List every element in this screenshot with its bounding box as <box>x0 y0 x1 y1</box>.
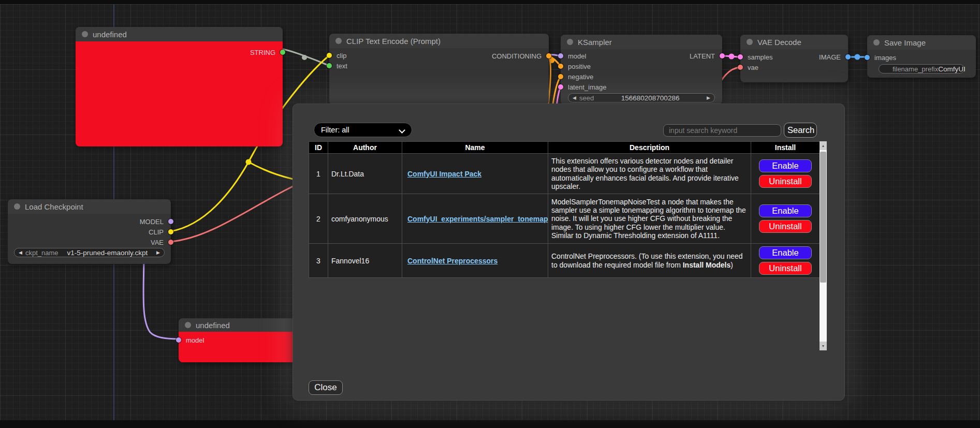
wire-dot-clip <box>246 159 252 165</box>
input-slot-vae[interactable]: vae <box>740 63 758 71</box>
uninstall-button[interactable]: Uninstall <box>759 175 812 188</box>
enable-button[interactable]: Enable <box>759 159 812 172</box>
input-port-clip[interactable] <box>327 53 332 58</box>
scroll-up-icon[interactable]: ▲ <box>820 141 827 150</box>
output-port-vae[interactable] <box>168 240 173 245</box>
output-port-latent[interactable] <box>720 53 725 58</box>
node-title-bar[interactable]: undefined <box>179 318 299 332</box>
filter-select[interactable]: Filter: all <box>314 123 412 137</box>
collapse-dot-icon[interactable] <box>14 203 20 210</box>
node-title-bar[interactable]: KSampler <box>561 35 722 49</box>
output-port-clip[interactable] <box>168 229 173 234</box>
collapse-dot-icon[interactable] <box>82 31 88 37</box>
output-port-string[interactable] <box>280 50 285 55</box>
node-load-checkpoint[interactable]: Load Checkpoint MODEL CLIP VAE ◀ ckpt_na… <box>8 199 171 264</box>
filename-prefix-widget[interactable]: filename_prefix ComfyUI <box>879 64 964 73</box>
output-slot-conditioning[interactable]: CONDITIONING <box>492 52 549 60</box>
extension-link[interactable]: ControlNet Preprocessors <box>407 257 498 265</box>
scrollbar-thumb[interactable] <box>820 152 826 283</box>
enable-button[interactable]: Enable <box>759 246 812 259</box>
slot-label: VAE <box>151 239 164 246</box>
output-slot-string[interactable]: STRING <box>250 48 283 56</box>
node-vae-decode[interactable]: VAE Decode samples vae IMAGE <box>740 35 848 82</box>
input-port-samples[interactable] <box>738 54 743 60</box>
input-slot-model[interactable]: model <box>179 336 204 344</box>
input-slot-latent-image[interactable]: latent_image <box>561 83 606 91</box>
output-slot-latent[interactable]: LATENT <box>690 52 722 60</box>
node-undefined-top[interactable]: undefined STRING <box>76 27 283 146</box>
slot-label: model <box>568 52 586 60</box>
input-port-images[interactable] <box>865 55 870 60</box>
slot-label: images <box>874 54 896 62</box>
input-slot-model[interactable]: model <box>561 52 586 60</box>
increment-arrow-icon[interactable]: ▶ <box>156 250 160 255</box>
cell-id: 2 <box>309 194 328 244</box>
node-title-bar[interactable]: VAE Decode <box>740 35 848 49</box>
collapse-dot-icon[interactable] <box>873 39 880 46</box>
increment-arrow-icon[interactable]: ▶ <box>707 96 710 100</box>
output-slot-vae[interactable]: VAE <box>151 238 171 246</box>
input-slot-samples[interactable]: samples <box>740 53 772 61</box>
output-slot-model[interactable]: MODEL <box>140 217 171 226</box>
cell-description: ModelSamplerTonemapNoiseTest a node that… <box>548 194 751 244</box>
seed-widget[interactable]: ◀ seed 156680208700286 ▶ <box>568 93 715 102</box>
node-title-bar[interactable]: CLIP Text Encode (Prompt) <box>329 34 549 48</box>
slot-label: CLIP <box>149 228 164 236</box>
custom-nodes-manager-dialog: Filter: all Search ID Author Name Descri… <box>292 104 845 401</box>
enable-button[interactable]: Enable <box>759 204 812 217</box>
node-ksampler[interactable]: KSampler model positive negative latent_… <box>561 35 722 105</box>
slot-label: samples <box>748 53 772 61</box>
node-undefined-bottom[interactable]: undefined model <box>179 318 299 362</box>
slot-label: model <box>186 336 204 344</box>
scroll-down-icon[interactable]: ▼ <box>820 342 827 350</box>
input-port-vae[interactable] <box>738 65 743 70</box>
col-header-name: Name <box>402 142 548 154</box>
collapse-dot-icon[interactable] <box>747 39 753 45</box>
slot-label: text <box>337 62 347 70</box>
widget-value: 156680208700286 <box>621 94 680 102</box>
input-port-negative[interactable] <box>558 74 563 79</box>
uninstall-button[interactable]: Uninstall <box>759 262 812 275</box>
input-slot-negative[interactable]: negative <box>561 72 593 81</box>
input-port-latent-image[interactable] <box>558 84 563 90</box>
node-title-bar[interactable]: undefined <box>76 27 283 41</box>
output-slot-image[interactable]: IMAGE <box>819 53 848 61</box>
node-title-bar[interactable]: Load Checkpoint <box>8 199 171 214</box>
uninstall-button[interactable]: Uninstall <box>759 220 812 233</box>
cell-id: 3 <box>309 244 328 278</box>
node-title-bar[interactable]: Save Image <box>867 35 976 50</box>
input-slot-positive[interactable]: positive <box>561 62 591 70</box>
output-port-model[interactable] <box>168 219 173 224</box>
close-button[interactable]: Close <box>309 380 343 395</box>
decrement-arrow-icon[interactable]: ◀ <box>19 250 22 255</box>
table-scrollbar[interactable]: ▲ ▼ <box>820 141 827 350</box>
input-slot-images[interactable]: images <box>867 53 896 62</box>
search-button[interactable]: Search <box>784 123 817 138</box>
slot-label: clip <box>337 52 347 60</box>
extension-link[interactable]: ComfyUI Impact Pack <box>407 170 481 178</box>
output-port-image[interactable] <box>845 54 851 60</box>
input-slot-clip[interactable]: clip <box>329 51 347 60</box>
decrement-arrow-icon[interactable]: ◀ <box>573 96 576 100</box>
slot-label: vae <box>748 64 758 71</box>
slot-label: positive <box>568 63 591 70</box>
output-port-conditioning[interactable] <box>546 53 551 58</box>
collapse-dot-icon[interactable] <box>185 322 191 328</box>
input-port-model[interactable] <box>558 53 563 58</box>
node-title: undefined <box>93 30 127 39</box>
collapse-dot-icon[interactable] <box>335 38 342 44</box>
input-port-positive[interactable] <box>558 64 563 69</box>
node-save-image[interactable]: Save Image images filename_prefix ComfyU… <box>867 35 976 78</box>
collapse-dot-icon[interactable] <box>567 39 573 45</box>
input-slot-text[interactable]: text <box>329 62 347 70</box>
search-input[interactable] <box>663 124 781 137</box>
input-port-model[interactable] <box>176 337 181 343</box>
cell-author: Fannovel16 <box>328 244 402 278</box>
node-clip-text-encode[interactable]: CLIP Text Encode (Prompt) clip text COND… <box>329 34 549 105</box>
input-port-text[interactable] <box>327 63 332 68</box>
extension-link[interactable]: ComfyUI_experiments/sampler_tonemap <box>407 215 548 223</box>
ckpt-name-widget[interactable]: ◀ ckpt_name v1-5-pruned-emaonly.ckpt ▶ <box>14 248 165 257</box>
widget-value: ComfyUI <box>938 65 966 73</box>
wire-clip-a <box>171 162 248 231</box>
output-slot-clip[interactable]: CLIP <box>149 228 171 236</box>
